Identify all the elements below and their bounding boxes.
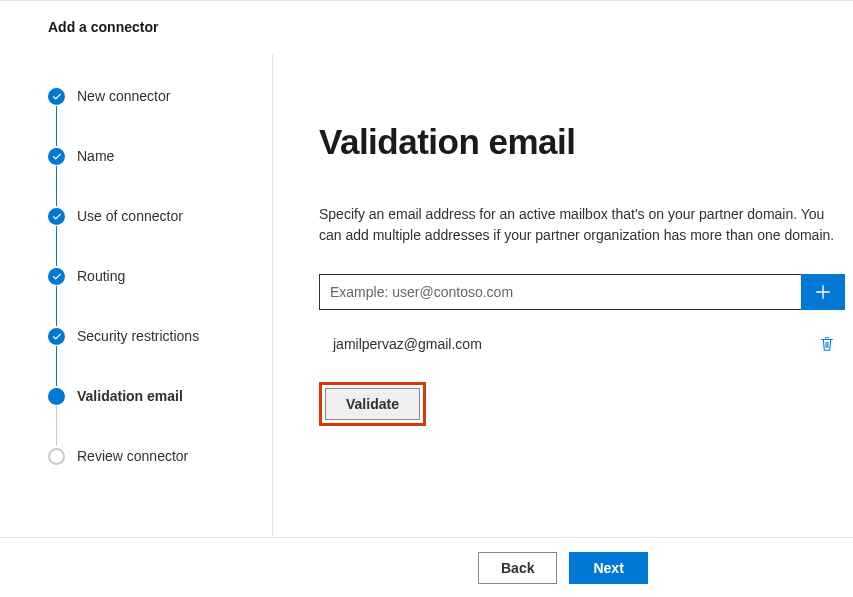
check-icon [48, 328, 65, 345]
pending-step-icon [48, 448, 65, 465]
add-email-button[interactable] [801, 274, 845, 310]
check-icon [48, 268, 65, 285]
step-label: Validation email [77, 388, 183, 404]
trash-icon [818, 335, 836, 353]
plus-icon [814, 283, 832, 301]
step-label: Use of connector [77, 208, 183, 224]
step-name[interactable]: Name [48, 144, 272, 168]
check-icon [48, 88, 65, 105]
step-review-connector[interactable]: Review connector [48, 444, 272, 468]
check-icon [48, 148, 65, 165]
step-validation-email[interactable]: Validation email [48, 384, 272, 408]
step-use-of-connector[interactable]: Use of connector [48, 204, 272, 228]
email-list-item: jamilpervaz@gmail.com [319, 324, 845, 364]
delete-email-button[interactable] [815, 332, 839, 356]
step-label: Security restrictions [77, 328, 199, 344]
dialog-title: Add a connector [0, 1, 853, 53]
validate-button[interactable]: Validate [325, 388, 420, 420]
step-navigation: New connector Name Use of connector [0, 54, 273, 544]
instructions-text: Specify an email address for an active m… [319, 204, 845, 246]
step-routing[interactable]: Routing [48, 264, 272, 288]
step-new-connector[interactable]: New connector [48, 84, 272, 108]
step-label: New connector [77, 88, 170, 104]
main-content: Validation email Specify an email addres… [273, 54, 853, 544]
back-button[interactable]: Back [478, 552, 557, 584]
email-input[interactable] [319, 274, 801, 310]
validate-highlight: Validate [319, 382, 426, 426]
current-step-icon [48, 388, 65, 405]
step-label: Review connector [77, 448, 188, 464]
step-label: Name [77, 148, 114, 164]
step-label: Routing [77, 268, 125, 284]
check-icon [48, 208, 65, 225]
email-address-text: jamilpervaz@gmail.com [333, 336, 815, 352]
dialog-footer: Back Next [0, 537, 853, 597]
page-heading: Validation email [319, 122, 845, 162]
step-security-restrictions[interactable]: Security restrictions [48, 324, 272, 348]
next-button[interactable]: Next [569, 552, 647, 584]
